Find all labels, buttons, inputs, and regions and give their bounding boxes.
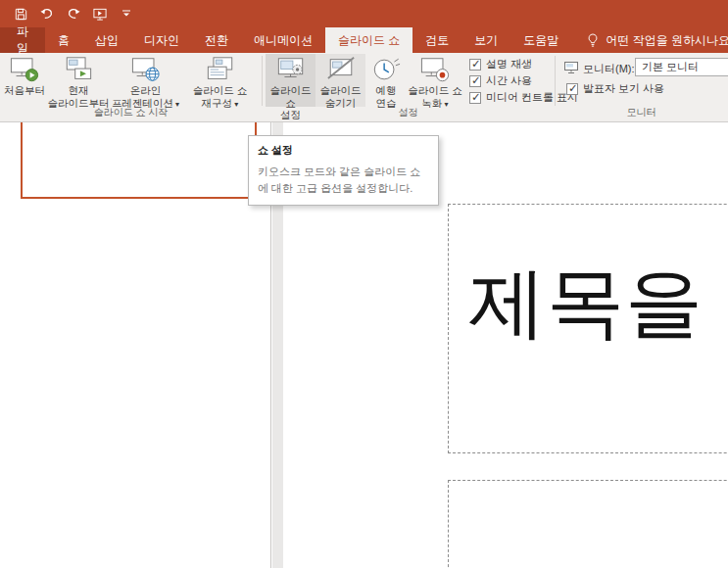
customize-qat-icon bbox=[121, 9, 131, 19]
save-icon bbox=[14, 7, 28, 22]
redo-button[interactable] bbox=[63, 4, 84, 24]
group-label-monitors: 모니터 bbox=[555, 106, 728, 119]
tab-animations[interactable]: 애니메이션 bbox=[241, 27, 325, 53]
setup-slideshow-button[interactable]: 슬라이드 쇼 설정 bbox=[266, 54, 315, 107]
hide-slide-button[interactable]: 슬라이드 숨기기 bbox=[315, 54, 365, 107]
tell-me-box[interactable]: 어떤 작업을 원하시나요? bbox=[587, 27, 728, 53]
tab-design[interactable]: 디자인 bbox=[131, 27, 192, 53]
powerpoint-window: 파일 홈 삽입 디자인 전환 애니메이션 슬라이드 쇼 검토 보기 도움말 어떤… bbox=[0, 0, 728, 568]
record-slideshow-icon bbox=[420, 54, 450, 83]
from-beginning-button[interactable]: 처음부터 bbox=[2, 54, 47, 107]
title-placeholder-text: 제목을 bbox=[468, 252, 704, 355]
from-current-slide-button[interactable]: 현재 슬라이드부터 bbox=[47, 54, 110, 107]
start-slideshow-icon bbox=[92, 7, 108, 22]
tab-slideshow[interactable]: 슬라이드 쇼 bbox=[325, 27, 413, 53]
save-button[interactable] bbox=[10, 4, 31, 24]
checkbox-label: 미디어 컨트롤 표시 bbox=[486, 90, 578, 105]
rehearse-timings-button[interactable]: 예행 연습 bbox=[368, 54, 404, 107]
clock-icon bbox=[371, 54, 401, 83]
checkbox-label: 시간 사용 bbox=[486, 73, 532, 88]
play-from-beginning-icon bbox=[10, 54, 39, 83]
tell-me-label: 어떤 작업을 원하시나요? bbox=[606, 32, 728, 49]
tab-home[interactable]: 홈 bbox=[45, 27, 82, 53]
redo-icon bbox=[66, 7, 81, 21]
group-label-setup: 설정 bbox=[262, 106, 555, 119]
slide-thumbnail-selected[interactable] bbox=[21, 122, 257, 199]
present-online-icon bbox=[131, 54, 161, 83]
group-separator bbox=[262, 56, 263, 106]
title-placeholder[interactable]: 제목을 bbox=[448, 204, 728, 453]
customize-qat-button[interactable] bbox=[116, 4, 137, 24]
checkbox-show-media-controls[interactable]: 미디어 컨트롤 표시 bbox=[469, 90, 578, 105]
tab-review[interactable]: 검토 bbox=[413, 27, 461, 53]
checkbox-play-narrations[interactable]: 설명 재생 bbox=[469, 57, 532, 71]
monitor-select-value: 기본 모니터 bbox=[642, 60, 699, 74]
button-label: 처음부터 bbox=[4, 84, 45, 97]
custom-slideshow-button[interactable]: 슬라이드 쇼 재구성 bbox=[181, 54, 259, 107]
play-from-current-icon bbox=[64, 54, 93, 83]
checkbox-checked-icon bbox=[469, 92, 481, 104]
tab-insert[interactable]: 삽입 bbox=[82, 27, 131, 53]
monitor-icon bbox=[563, 61, 579, 74]
tab-file[interactable]: 파일 bbox=[0, 27, 45, 53]
tab-view[interactable]: 보기 bbox=[461, 27, 510, 53]
ribbon: 처음부터 현재 슬라이드부터 bbox=[0, 53, 728, 122]
tooltip-setup-show: 쇼 설정 키오스크 모드와 같은 슬라이드 쇼에 대한 고급 옵션을 설정합니다… bbox=[248, 135, 439, 206]
title-bar bbox=[0, 0, 728, 27]
undo-icon bbox=[39, 7, 55, 21]
tab-transitions[interactable]: 전환 bbox=[192, 27, 241, 53]
hide-slide-icon bbox=[326, 54, 356, 83]
lightbulb-icon bbox=[587, 33, 599, 48]
custom-slideshow-icon bbox=[206, 54, 235, 83]
checkbox-label: 발표자 보기 사용 bbox=[583, 81, 664, 96]
start-slideshow-button[interactable] bbox=[89, 4, 111, 24]
checkbox-checked-icon bbox=[469, 59, 481, 71]
checkbox-use-timings[interactable]: 시간 사용 bbox=[469, 73, 532, 88]
group-separator bbox=[555, 56, 556, 106]
monitor-select-label: 모니터(M): bbox=[583, 62, 635, 76]
tooltip-title: 쇼 설정 bbox=[258, 143, 429, 158]
tooltip-body: 키오스크 모드와 같은 슬라이드 쇼에 대한 고급 옵션을 설정합니다. bbox=[258, 164, 429, 196]
present-online-button[interactable]: 온라인 프레젠테이션 bbox=[111, 54, 180, 107]
record-slideshow-button[interactable]: 슬라이드 쇼 녹화 bbox=[404, 54, 466, 107]
checkbox-checked-icon bbox=[566, 83, 578, 95]
slide-thumbnail-panel bbox=[0, 122, 271, 568]
setup-slideshow-icon bbox=[276, 54, 306, 83]
monitor-select[interactable]: 기본 모니터 bbox=[635, 58, 728, 76]
checkbox-use-presenter-view[interactable]: 발표자 보기 사용 bbox=[566, 81, 664, 96]
ribbon-tab-strip: 파일 홈 삽입 디자인 전환 애니메이션 슬라이드 쇼 검토 보기 도움말 어떤… bbox=[0, 27, 728, 53]
checkbox-checked-icon bbox=[469, 75, 481, 87]
tab-help[interactable]: 도움말 bbox=[510, 27, 571, 53]
undo-button[interactable] bbox=[36, 4, 58, 24]
group-label-start-slideshow: 슬라이드 쇼 시작 bbox=[0, 106, 262, 119]
checkbox-label: 설명 재생 bbox=[486, 57, 532, 71]
content-placeholder[interactable] bbox=[448, 480, 728, 568]
